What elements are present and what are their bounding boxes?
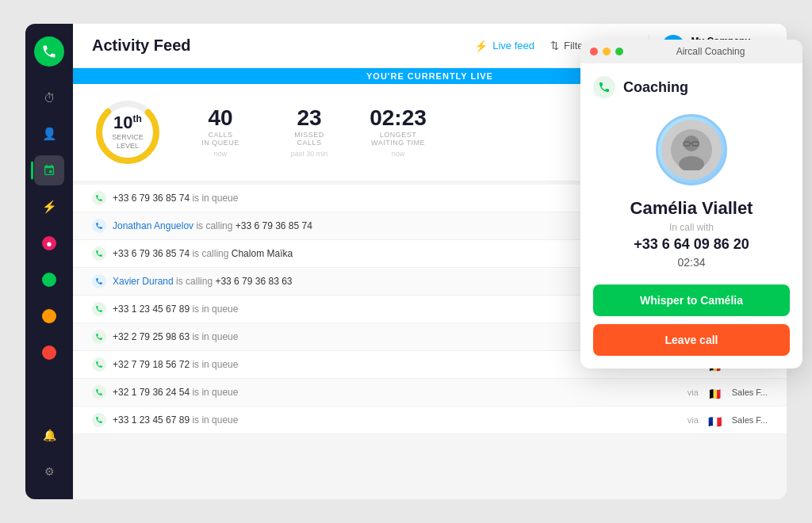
gauge: 10th SERVICELEVEL	[92, 97, 163, 168]
popup-titlebar: Aircall Coaching	[580, 40, 802, 63]
activity-text: +32 1 79 36 24 54 is in queue	[113, 387, 681, 398]
sidebar-item-circle2[interactable]	[34, 301, 64, 331]
coaching-icon	[593, 76, 615, 98]
minimize-traffic-light[interactable]	[603, 48, 611, 55]
agent-name: Camélia Viallet	[630, 198, 753, 219]
coaching-header: Coaching	[593, 76, 790, 98]
call-icon-inbound	[92, 330, 106, 344]
sidebar-item-clock[interactable]: ⏱	[34, 82, 64, 113]
in-call-label: In call with	[669, 222, 714, 233]
sidebar-item-circle1[interactable]	[34, 265, 64, 295]
call-timer: 02:34	[677, 256, 705, 269]
maximize-traffic-light[interactable]	[615, 48, 623, 55]
sidebar-item-user[interactable]: 👤	[34, 119, 64, 149]
agent-avatar-ring	[656, 114, 727, 185]
call-number: +33 6 64 09 86 20	[634, 236, 749, 253]
sidebar-item-bell[interactable]: 🔔	[34, 420, 64, 450]
page-title: Activity Feed	[92, 36, 462, 55]
sidebar-item-chat[interactable]: ●	[34, 228, 64, 258]
call-icon-inbound	[92, 385, 106, 399]
call-icon-outbound	[92, 219, 106, 233]
gauge-label: SERVICELEVEL	[112, 133, 143, 151]
popup-title: Aircall Coaching	[628, 46, 793, 57]
leave-call-button[interactable]: Leave call	[593, 324, 790, 356]
popup-body: Coaching Camélia Viallet	[580, 63, 802, 368]
sidebar-logo[interactable]	[34, 36, 64, 67]
table-row: +33 1 23 45 67 89 is in queue via 🇫🇷 Sal…	[73, 407, 787, 434]
sidebar-item-gear[interactable]: ⚙	[34, 456, 64, 487]
coaching-label: Coaching	[623, 79, 688, 96]
call-icon-inbound	[92, 302, 106, 316]
call-icon-outbound	[92, 274, 106, 288]
sidebar-item-lightning[interactable]: ⚡	[34, 192, 64, 222]
sidebar-item-circle3[interactable]	[34, 338, 64, 368]
gauge-value: 10th	[113, 114, 142, 132]
sidebar-item-activity[interactable]	[34, 155, 64, 185]
call-icon-inbound	[92, 191, 106, 205]
call-icon-inbound	[92, 413, 106, 427]
close-traffic-light[interactable]	[590, 48, 598, 55]
live-feed-button[interactable]: ⚡ Live feed	[474, 40, 534, 52]
call-icon-inbound	[92, 246, 106, 261]
coaching-popup: Aircall Coaching Coaching	[580, 40, 802, 368]
stat-missed-calls: 23 MISSEDCALLS past 30 min	[278, 107, 341, 158]
call-icon-inbound	[92, 357, 106, 372]
table-row: +32 1 79 36 24 54 is in queue via 🇧🇪 Sal…	[73, 379, 787, 407]
stat-longest-wait: 02:23 LONGESTWAITING TIME now	[366, 107, 430, 158]
activity-text: +33 1 23 45 67 89 is in queue	[113, 414, 681, 426]
sidebar: ⏱ 👤 ⚡ ● 🔔 ⚙	[25, 24, 73, 499]
bolt-icon: ⚡	[474, 40, 488, 52]
whisper-button[interactable]: Whisper to Camélia	[593, 284, 790, 316]
stat-calls-in-queue: 40 CALLSIN QUEUE now	[189, 107, 252, 158]
sliders-icon: ⇅	[550, 40, 559, 52]
agent-avatar	[661, 120, 722, 180]
